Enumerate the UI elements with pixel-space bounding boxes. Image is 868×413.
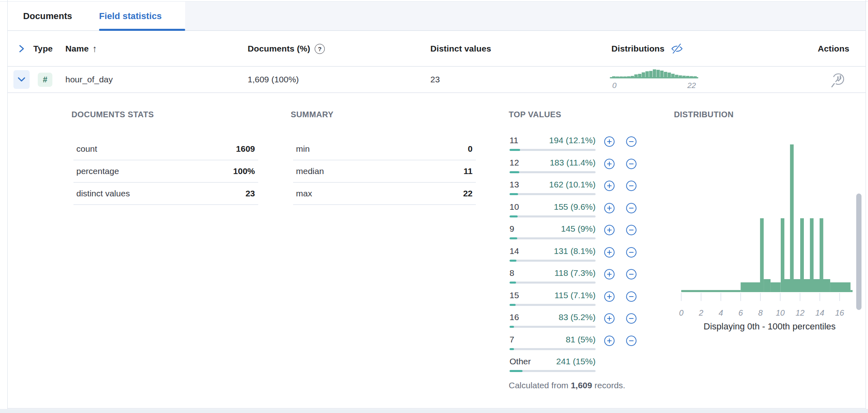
stat-row: count 1609 — [73, 138, 258, 160]
documents-stats-title: DOCUMENTS STATS — [71, 110, 262, 119]
distribution-percentile-note: Displaying 0th - 100th percentiles — [704, 321, 853, 332]
stat-label: max — [293, 189, 312, 198]
vertical-scrollbar-thumb[interactable] — [856, 194, 862, 310]
filter-for-value-button[interactable] — [604, 291, 615, 302]
top-values-section: TOP VALUES 11 194 (12.1%) 12 183 (11.4%) — [509, 110, 647, 393]
tab-field-statistics[interactable]: Field statistics — [99, 2, 162, 31]
top-value-key: 13 — [510, 180, 519, 189]
stat-value: 1609 — [236, 144, 258, 154]
top-value-bar-fill — [510, 215, 518, 217]
top-value-row: 16 83 (5.2%) — [510, 312, 596, 335]
summary-table: min 0 median 11 max 22 — [293, 138, 476, 205]
filter-for-value-button[interactable] — [604, 202, 615, 214]
field-distribution-sparkline: 0 22 — [609, 69, 704, 92]
filter-out-value-button[interactable] — [626, 158, 637, 170]
sparkline-axis: 0 22 — [609, 81, 704, 91]
column-header-distinct-values: Distinct values — [430, 31, 491, 66]
top-value-row: 11 194 (12.1%) — [510, 136, 596, 158]
filter-out-value-button[interactable] — [626, 136, 637, 147]
column-header-documents-label: Documents (%) — [248, 44, 310, 54]
top-value-count: 115 (7.1%) — [555, 290, 596, 300]
filter-out-value-button[interactable] — [626, 180, 637, 191]
filter-out-value-button[interactable] — [626, 291, 637, 302]
filter-out-value-button[interactable] — [626, 202, 637, 214]
footer-prefix: Calculated from — [509, 381, 571, 390]
field-documents-count: 1,609 (100%) — [248, 67, 299, 92]
top-value-key: Other — [510, 357, 531, 366]
top-value-bar-fill — [510, 370, 523, 372]
stat-label: min — [293, 144, 310, 154]
active-tab-indicator — [99, 29, 185, 31]
stat-row: median 11 — [293, 160, 476, 183]
filter-for-value-button[interactable] — [604, 224, 615, 236]
stat-label: count — [73, 144, 97, 154]
top-value-key: 10 — [510, 202, 519, 212]
top-values-title: TOP VALUES — [509, 110, 647, 119]
top-value-count: 145 (9%) — [561, 224, 596, 234]
tabs-strip-background — [185, 2, 866, 30]
filter-out-value-button[interactable] — [626, 247, 637, 258]
filter-for-value-button[interactable] — [604, 313, 615, 324]
filter-for-value-button[interactable] — [604, 335, 615, 346]
filter-for-value-button[interactable] — [604, 247, 615, 258]
filter-out-value-button[interactable] — [626, 335, 637, 346]
documents-stats-section: DOCUMENTS STATS count 1609 percentage 10… — [71, 110, 262, 205]
stat-label: median — [293, 166, 324, 176]
top-value-bar-track — [510, 149, 596, 151]
eye-closed-icon — [670, 43, 684, 55]
filter-for-value-button[interactable] — [604, 158, 615, 170]
top-value-row: 7 81 (5%) — [510, 335, 596, 357]
filter-out-value-button[interactable] — [626, 313, 637, 324]
filter-for-value-button[interactable] — [604, 180, 615, 191]
top-value-key: 9 — [510, 224, 514, 234]
top-value-key: 12 — [510, 158, 519, 168]
top-value-count: 194 (12.1%) — [549, 136, 596, 145]
top-value-row: 10 155 (9.6%) — [510, 202, 596, 224]
top-value-count: 131 (8.1%) — [554, 246, 596, 256]
top-value-bar-track — [510, 171, 596, 173]
hide-distributions-toggle[interactable] — [670, 43, 684, 55]
number-field-type-badge: # — [38, 73, 52, 87]
top-value-key: 11 — [510, 136, 518, 145]
top-value-bar-track — [510, 237, 596, 239]
top-value-bar-fill — [510, 282, 516, 284]
filter-for-value-button[interactable] — [604, 269, 615, 280]
filter-out-value-button[interactable] — [626, 224, 637, 236]
top-value-count: 83 (5.2%) — [559, 312, 596, 322]
top-value-row: 9 145 (9%) — [510, 224, 596, 246]
top-value-count: 118 (7.3%) — [555, 268, 596, 278]
help-icon[interactable]: ? — [315, 44, 325, 54]
top-value-bar-fill — [510, 149, 520, 151]
stat-row: min 0 — [293, 138, 476, 160]
top-value-row: 14 131 (8.1%) — [510, 246, 596, 269]
filter-for-value-button[interactable] — [604, 136, 615, 147]
explore-field-statistics-button[interactable] — [830, 71, 846, 89]
summary-section: SUMMARY min 0 median 11 max 22 — [291, 110, 482, 205]
top-value-key: 16 — [510, 312, 519, 322]
top-value-count: 241 (15%) — [556, 357, 596, 366]
column-header-distributions-label: Distributions — [611, 44, 665, 54]
column-header-distributions: Distributions — [611, 31, 684, 66]
stat-value: 22 — [463, 189, 476, 198]
column-header-type: Type — [33, 31, 53, 66]
top-value-row: 15 115 (7.1%) — [510, 290, 596, 313]
filter-out-value-button[interactable] — [626, 269, 637, 280]
top-value-bar-fill — [510, 348, 514, 350]
stat-row: max 22 — [293, 183, 476, 205]
top-value-key: 15 — [510, 290, 519, 300]
collapse-row-button[interactable] — [13, 70, 30, 89]
expand-all-button[interactable] — [13, 31, 30, 66]
page-bottom-gutter — [0, 409, 868, 413]
tab-documents[interactable]: Documents — [23, 2, 72, 31]
x-axis-tick-label: 10 — [776, 308, 785, 318]
field-statistics-page: Documents Field statistics Type Name ↑ D… — [0, 0, 868, 413]
x-axis-tick-label: 12 — [795, 308, 804, 318]
stat-value: 23 — [246, 189, 258, 198]
top-value-bar-fill — [510, 237, 517, 239]
top-value-row: 8 118 (7.3%) — [510, 268, 596, 290]
column-header-name[interactable]: Name ↑ — [65, 31, 97, 66]
stat-label: percentage — [73, 166, 119, 176]
stat-value: 100% — [233, 166, 258, 176]
chevron-down-icon — [17, 75, 26, 84]
top-value-bar-track — [510, 348, 596, 350]
